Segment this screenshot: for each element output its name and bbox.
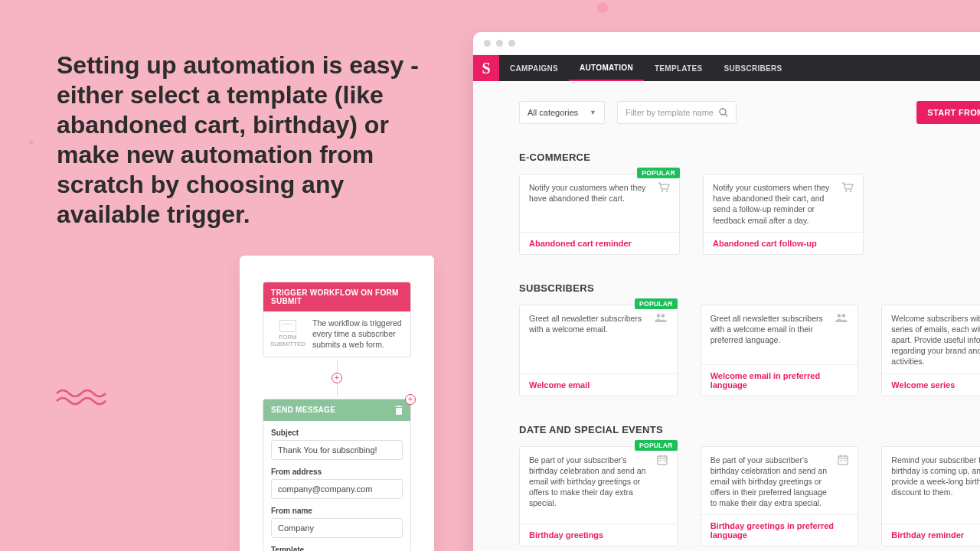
add-step-button[interactable]: + xyxy=(332,373,342,383)
calendar-icon xyxy=(838,455,848,509)
decor-dot-top xyxy=(597,2,608,13)
template-card-row: POPULARNotify your customers when they h… xyxy=(519,174,980,255)
subject-input[interactable]: Thank You for subscribing! xyxy=(271,440,403,460)
field-label-template: Template xyxy=(271,546,403,551)
send-node-header: SEND MESSAGE xyxy=(271,406,335,414)
popular-badge: POPULAR xyxy=(637,168,680,178)
svg-point-6 xyxy=(656,314,660,318)
svg-rect-16 xyxy=(659,460,661,461)
marketing-headline: Setting up automation is easy - either s… xyxy=(57,51,439,230)
section-title: DATE AND SPECIAL EVENTS xyxy=(519,424,980,435)
app-window: S CAMPAIGNSAUTOMATIONTEMPLATESSUBSCRIBER… xyxy=(473,32,980,551)
template-card-description: Be part of your subscriber's birthday ce… xyxy=(529,455,649,518)
window-titlebar xyxy=(473,32,980,55)
users-icon xyxy=(835,313,848,358)
nav-automation[interactable]: AUTOMATION xyxy=(569,55,644,81)
template-card[interactable]: Notify your customers when they have aba… xyxy=(703,174,864,255)
svg-point-9 xyxy=(842,314,846,318)
cart-icon xyxy=(841,182,854,226)
template-card[interactable]: POPULARGreet all newsletter subscribers … xyxy=(519,305,678,396)
template-card-description: Welcome subscribers with a series of ema… xyxy=(891,313,980,367)
users-icon xyxy=(654,313,668,367)
svg-point-4 xyxy=(845,191,847,192)
template-card-name: Abandoned cart reminder xyxy=(520,232,679,254)
workflow-trigger-node[interactable]: TRIGGER WORKFLOW ON FORM SUBMIT FORM SUB… xyxy=(263,282,411,357)
section-title: SUBSCRIBERS xyxy=(519,282,980,294)
svg-line-1 xyxy=(725,114,727,116)
trigger-node-description: The workflow is triggered every time a s… xyxy=(312,318,403,350)
template-card-name: Birthday greetings xyxy=(520,523,677,546)
window-control-min[interactable] xyxy=(496,40,503,47)
from-address-input[interactable]: company@company.com xyxy=(271,479,403,499)
nav-templates[interactable]: TEMPLATES xyxy=(644,55,714,81)
svg-point-2 xyxy=(662,191,663,192)
caret-down-icon: ▼ xyxy=(590,109,596,116)
template-card[interactable]: Be part of your subscriber's birthday ce… xyxy=(701,446,859,547)
category-select[interactable]: All categories ▼ xyxy=(519,101,605,124)
template-card-description: Notify your customers when they have aba… xyxy=(529,182,650,226)
template-card[interactable]: Remind your subscriber their birthday is… xyxy=(881,446,980,547)
popular-badge: POPULAR xyxy=(635,440,678,451)
nav-subscribers[interactable]: SUBSCRIBERS xyxy=(713,55,792,81)
section-title: E-COMMERCE xyxy=(519,152,980,163)
nav-campaigns[interactable]: CAMPAIGNS xyxy=(499,55,569,81)
template-card-row: POPULARBe part of your subscriber's birt… xyxy=(519,446,980,547)
template-card-description: Be part of your subscriber's birthday ce… xyxy=(710,455,831,509)
template-card-row: POPULARGreet all newsletter subscribers … xyxy=(519,305,980,396)
svg-rect-23 xyxy=(844,460,846,461)
trigger-node-header: TRIGGER WORKFLOW ON FORM SUBMIT xyxy=(263,282,410,311)
decor-dot-left xyxy=(29,140,34,145)
field-label-subject: Subject xyxy=(271,429,403,437)
svg-point-7 xyxy=(661,314,665,318)
template-card-description: Notify your customers when they have aba… xyxy=(713,182,834,226)
workflow-send-node[interactable]: + SEND MESSAGE Subject Thank You for sub… xyxy=(263,399,411,551)
svg-point-8 xyxy=(838,314,841,318)
svg-rect-17 xyxy=(663,460,665,461)
calendar-icon xyxy=(657,455,668,518)
template-search-input[interactable] xyxy=(617,101,737,124)
svg-point-5 xyxy=(850,191,851,192)
template-card[interactable]: POPULARNotify your customers when they h… xyxy=(519,174,680,255)
form-submitted-icon: FORM SUBMITTED xyxy=(271,318,305,350)
add-branch-button[interactable]: + xyxy=(405,394,416,405)
workflow-builder-panel: TRIGGER WORKFLOW ON FORM SUBMIT FORM SUB… xyxy=(240,256,434,551)
template-card-name: Birthday greetings in preferred language xyxy=(701,514,858,546)
field-label-from-name: From name xyxy=(271,507,403,515)
cart-icon xyxy=(658,182,670,226)
template-card[interactable]: Welcome subscribers with a series of ema… xyxy=(881,305,980,396)
field-label-from-address: From address xyxy=(271,468,403,476)
svg-point-0 xyxy=(720,109,726,115)
main-nav: S CAMPAIGNSAUTOMATIONTEMPLATESSUBSCRIBER… xyxy=(473,55,980,81)
automation-templates-page: All categories ▼ START FROM SCRATCH E-CO… xyxy=(473,81,980,551)
template-card-name: Welcome email xyxy=(520,373,677,396)
svg-rect-18 xyxy=(838,456,848,465)
start-from-scratch-button[interactable]: START FROM SCRATCH xyxy=(916,101,980,124)
search-icon xyxy=(719,108,728,117)
template-card-name: Welcome email in preferred language xyxy=(701,364,858,396)
popular-badge: POPULAR xyxy=(635,298,678,309)
templates-toolbar: All categories ▼ START FROM SCRATCH xyxy=(519,101,980,124)
svg-rect-12 xyxy=(658,456,667,465)
workflow-connector: + xyxy=(263,360,411,396)
from-name-input[interactable]: Company xyxy=(271,518,403,538)
template-card[interactable]: Greet all newsletter subscribers with a … xyxy=(701,305,859,396)
template-card-name: Birthday reminder xyxy=(882,523,980,546)
brand-logo[interactable]: S xyxy=(473,55,499,81)
svg-rect-22 xyxy=(841,460,842,461)
template-card-description: Greet all newsletter subscribers with a … xyxy=(710,313,828,358)
window-control-close[interactable] xyxy=(484,40,491,47)
template-card-description: Remind your subscriber their birthday is… xyxy=(891,455,980,518)
decor-squiggle xyxy=(55,387,107,407)
template-card-name: Welcome series xyxy=(882,373,980,396)
trash-icon[interactable] xyxy=(395,406,403,415)
template-card[interactable]: POPULARBe part of your subscriber's birt… xyxy=(519,446,678,547)
svg-point-3 xyxy=(666,191,668,192)
template-card-description: Greet all newsletter subscribers with a … xyxy=(529,313,646,367)
template-card-name: Abandoned cart follow-up xyxy=(704,232,863,254)
window-control-max[interactable] xyxy=(508,40,515,47)
